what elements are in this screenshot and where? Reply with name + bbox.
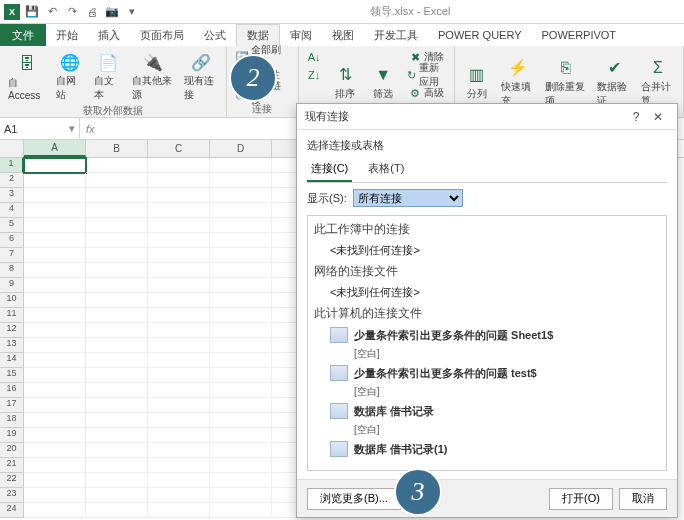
cell[interactable] [86, 443, 148, 458]
cell[interactable] [210, 473, 272, 488]
cell[interactable] [210, 188, 272, 203]
cell[interactable] [86, 488, 148, 503]
help-button[interactable]: ? [625, 110, 647, 124]
cell[interactable] [210, 218, 272, 233]
cell[interactable] [210, 368, 272, 383]
cell[interactable] [24, 173, 86, 188]
cell[interactable] [86, 218, 148, 233]
cell[interactable] [24, 368, 86, 383]
btn-sort-az[interactable]: A↓ [303, 48, 325, 66]
cell[interactable] [24, 158, 86, 173]
row-header[interactable]: 15 [0, 368, 24, 383]
cell[interactable] [148, 488, 210, 503]
cell[interactable] [86, 503, 148, 518]
cell[interactable] [210, 263, 272, 278]
tab-insert[interactable]: 插入 [88, 24, 130, 46]
cell[interactable] [210, 278, 272, 293]
open-button[interactable]: 打开(O) [549, 488, 613, 510]
cell[interactable] [148, 203, 210, 218]
cell[interactable] [86, 308, 148, 323]
row-header[interactable]: 2 [0, 173, 24, 188]
cell[interactable] [210, 158, 272, 173]
cell[interactable] [24, 488, 86, 503]
cell[interactable] [148, 173, 210, 188]
redo-icon[interactable]: ↷ [64, 4, 80, 20]
cell[interactable] [148, 263, 210, 278]
cell[interactable] [86, 473, 148, 488]
row-header[interactable]: 1 [0, 158, 24, 173]
cancel-button[interactable]: 取消 [619, 488, 667, 510]
row-header[interactable]: 18 [0, 413, 24, 428]
cell[interactable] [148, 233, 210, 248]
cell[interactable] [148, 278, 210, 293]
list-item[interactable]: 数据库 借书记录(1) [310, 439, 664, 459]
cell[interactable] [148, 428, 210, 443]
cell[interactable] [148, 158, 210, 173]
cell[interactable] [148, 398, 210, 413]
col-header-d[interactable]: D [210, 140, 272, 157]
qat-more-icon[interactable]: ▾ [124, 4, 140, 20]
cell[interactable] [86, 203, 148, 218]
cell[interactable] [210, 323, 272, 338]
cell[interactable] [210, 443, 272, 458]
row-header[interactable]: 5 [0, 218, 24, 233]
cell[interactable] [24, 428, 86, 443]
cell[interactable] [210, 488, 272, 503]
row-header[interactable]: 4 [0, 203, 24, 218]
cell[interactable] [210, 398, 272, 413]
cell[interactable] [24, 233, 86, 248]
tab-dev[interactable]: 开发工具 [364, 24, 428, 46]
btn-sort-za[interactable]: Z↓ [303, 66, 325, 84]
list-item[interactable]: 少量条件索引出更多条件的问题 Sheet1$ [310, 325, 664, 345]
cell[interactable] [24, 218, 86, 233]
cell[interactable] [24, 188, 86, 203]
cell[interactable] [24, 278, 86, 293]
cell[interactable] [86, 353, 148, 368]
cell[interactable] [148, 248, 210, 263]
print-icon[interactable]: 🖨 [84, 4, 100, 20]
col-header-b[interactable]: B [86, 140, 148, 157]
cell[interactable] [86, 173, 148, 188]
cell[interactable] [86, 263, 148, 278]
connections-list[interactable]: 此工作簿中的连接 <未找到任何连接> 网络的连接文件 <未找到任何连接> 此计算… [307, 215, 667, 471]
tab-tables[interactable]: 表格(T) [364, 159, 408, 182]
row-header[interactable]: 6 [0, 233, 24, 248]
row-header[interactable]: 7 [0, 248, 24, 263]
cell[interactable] [210, 413, 272, 428]
cell[interactable] [210, 233, 272, 248]
cell[interactable] [148, 383, 210, 398]
row-header[interactable]: 13 [0, 338, 24, 353]
cell[interactable] [210, 353, 272, 368]
list-item[interactable]: 数据库 借书记录 [310, 401, 664, 421]
cell[interactable] [24, 338, 86, 353]
cell[interactable] [148, 188, 210, 203]
cell[interactable] [24, 203, 86, 218]
cell[interactable] [24, 248, 86, 263]
cell[interactable] [210, 293, 272, 308]
tab-layout[interactable]: 页面布局 [130, 24, 194, 46]
cell[interactable] [24, 323, 86, 338]
dialog-title-bar[interactable]: 现有连接 ? ✕ [297, 104, 677, 130]
cell[interactable] [210, 338, 272, 353]
row-header[interactable]: 10 [0, 293, 24, 308]
row-header[interactable]: 24 [0, 503, 24, 518]
select-all-corner[interactable] [0, 140, 24, 157]
name-box[interactable]: A1▾ [0, 118, 80, 139]
cell[interactable] [24, 458, 86, 473]
cell[interactable] [86, 428, 148, 443]
cell[interactable] [148, 293, 210, 308]
btn-from-web[interactable]: 🌐自网站 [52, 48, 88, 104]
btn-reapply[interactable]: ↻重新应用 [403, 66, 450, 84]
tab-file[interactable]: 文件 [0, 24, 46, 46]
cell[interactable] [86, 458, 148, 473]
col-header-c[interactable]: C [148, 140, 210, 157]
row-header[interactable]: 11 [0, 308, 24, 323]
tab-home[interactable]: 开始 [46, 24, 88, 46]
row-header[interactable]: 9 [0, 278, 24, 293]
cell[interactable] [86, 158, 148, 173]
close-button[interactable]: ✕ [647, 110, 669, 124]
cell[interactable] [86, 293, 148, 308]
fx-label[interactable]: fx [80, 123, 101, 135]
row-header[interactable]: 17 [0, 398, 24, 413]
cell[interactable] [210, 248, 272, 263]
